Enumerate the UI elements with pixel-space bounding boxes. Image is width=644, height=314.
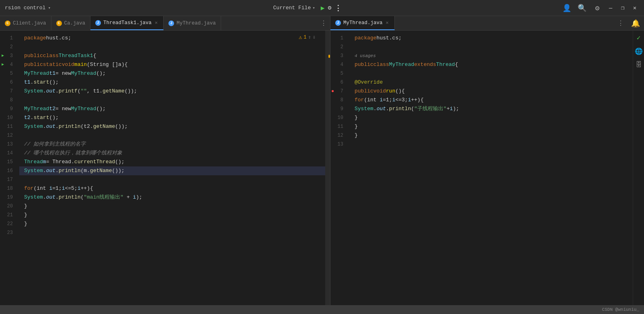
- left-code-line-15: Thread m = Thread.currentThread();: [19, 158, 325, 166]
- database-icon[interactable]: 🗄: [636, 61, 642, 69]
- left-gutter-line-17: 17: [0, 175, 16, 184]
- left-code-line-16: System.out.println(m.getName());: [19, 166, 325, 175]
- left-gutter-line-3: ▶3: [0, 51, 16, 60]
- warning-nav-down[interactable]: ⇩: [313, 34, 316, 40]
- right-gutter-line-11: 11: [330, 122, 347, 131]
- left-code-line-14: // 哪个线程在执行，就拿到哪个线程对象: [19, 149, 325, 158]
- left-gutter-line-4: ▶4: [0, 60, 16, 69]
- close-button[interactable]: ✕: [630, 4, 639, 12]
- right-tab-bar: J MyThread.java ✕ ⋮ 🔔: [330, 16, 644, 31]
- left-gutter-line-5: 5: [0, 69, 16, 78]
- left-gutter-line-2: 2: [0, 43, 16, 51]
- tab-icon-threadtask1: J: [95, 20, 101, 26]
- right-code-line-2: [350, 43, 633, 51]
- current-file-label: Current File: [273, 5, 311, 11]
- right-code-line-5: [350, 69, 633, 78]
- tab-icon-mythread-left: J: [168, 21, 174, 26]
- left-gutter-line-23: 23: [0, 228, 16, 237]
- left-gutter-line-18: 18: [0, 184, 16, 193]
- right-gutter: 123456●78910111213: [330, 31, 350, 314]
- window-controls: — ❐ ✕: [606, 4, 639, 12]
- right-tab-bar-actions: ⋮ 🔔: [614, 19, 644, 28]
- statusbar-text: CSDN @wniuniu_: [602, 307, 639, 312]
- tab-label-client: Client.java: [13, 21, 46, 26]
- right-code-line-1: package hust.cs;: [350, 34, 633, 43]
- tab-close-mythread-right[interactable]: ✕: [385, 19, 390, 27]
- scroll-warning-marker: [328, 55, 330, 58]
- left-gutter-line-8: 8: [0, 96, 16, 105]
- left-code-line-23: [19, 228, 325, 237]
- left-code-line-6: t1.start();: [19, 78, 325, 87]
- right-more-tabs-button[interactable]: ⋮: [614, 19, 627, 27]
- right-gutter-line-10: 10: [330, 113, 347, 122]
- left-code-line-20: }: [19, 202, 325, 211]
- right-code-line-13: [350, 140, 633, 149]
- right-gutter-line-12: 12: [330, 131, 347, 140]
- titlebar-left-chevron[interactable]: ▾: [48, 5, 51, 10]
- right-code-line-10: }: [350, 113, 633, 122]
- current-file-chevron: ▾: [312, 5, 315, 10]
- run-button[interactable]: ▶: [321, 4, 325, 12]
- left-code-line-18: for(int i=1;i<=5;i++){: [19, 184, 325, 193]
- settings-button[interactable]: ⚙: [593, 3, 602, 13]
- tab-ca-java[interactable]: C Ca.java: [51, 16, 91, 30]
- build-button[interactable]: ⚙: [328, 4, 331, 12]
- breakpoint-icon[interactable]: ●: [331, 87, 334, 96]
- current-file-button[interactable]: Current File ▾: [271, 4, 318, 12]
- left-code-line-22: }: [19, 220, 325, 228]
- tab-client-java[interactable]: C Client.java: [0, 16, 51, 30]
- left-gutter-line-22: 22: [0, 220, 16, 228]
- tab-label-mythread-right: MyThread.java: [343, 20, 383, 26]
- right-gutter-line-13: 13: [330, 140, 347, 149]
- left-code-line-2: [19, 43, 325, 51]
- search-button[interactable]: 🔍: [577, 3, 587, 13]
- warning-count: 1: [304, 35, 306, 40]
- right-code-content[interactable]: package hust.cs;4 usagespublic class MyT…: [350, 31, 633, 314]
- left-gutter-line-19: 19: [0, 193, 16, 202]
- notification-bell-button[interactable]: 🔔: [627, 19, 644, 28]
- tab-close-threadtask1[interactable]: ✕: [154, 19, 158, 27]
- usages-label: 4 usages: [355, 51, 376, 60]
- right-gutter-line-7: ●7: [330, 87, 347, 96]
- left-code-line-13: // 如何拿到主线程的名字: [19, 140, 325, 149]
- git-icon[interactable]: 🌐: [635, 47, 643, 55]
- right-gutter-line-2: 2: [330, 43, 347, 51]
- tab-threadtask1-java[interactable]: J ThreadTask1.java ✕: [90, 16, 164, 30]
- left-gutter: 12▶3▶4567891011121314151617181920212223: [0, 31, 19, 314]
- right-gutter-line-1: 1: [330, 34, 347, 43]
- left-scrollbar[interactable]: [325, 31, 330, 314]
- tab-mythread-java-right[interactable]: J MyThread.java ✕: [330, 16, 395, 30]
- titlebar-center: Current File ▾ ▶ ⚙ ⋮: [51, 4, 562, 12]
- tab-icon-ca: C: [56, 21, 62, 26]
- tab-icon-client: C: [5, 21, 10, 26]
- warning-indicator: ⚠ 1 ⇧ ⇩: [299, 34, 316, 41]
- left-gutter-line-14: 14: [0, 149, 16, 158]
- titlebar: rsion control ▾ Current File ▾ ▶ ⚙ ⋮ 👤 🔍…: [0, 0, 644, 16]
- right-gutter-line-4: 4: [330, 60, 347, 69]
- titlebar-actions: 👤 🔍 ⚙: [562, 3, 602, 13]
- right-panel: J MyThread.java ✕ ⋮ 🔔 123456●78910111213…: [330, 16, 644, 314]
- more-actions-button[interactable]: ⋮: [334, 4, 342, 12]
- left-code-line-12: [19, 131, 325, 140]
- profile-button[interactable]: 👤: [562, 3, 572, 13]
- restore-button[interactable]: ❐: [618, 4, 627, 12]
- left-panel: C Client.java C Ca.java J ThreadTask1.ja…: [0, 16, 330, 314]
- left-gutter-line-16: 16: [0, 166, 16, 175]
- left-gutter-line-13: 13: [0, 140, 16, 149]
- left-code-line-9: MyThread t2 = new MyThread();: [19, 105, 325, 113]
- minimize-button[interactable]: —: [606, 4, 615, 12]
- right-gutter-line-8: 8: [330, 96, 347, 105]
- main-container: C Client.java C Ca.java J ThreadTask1.ja…: [0, 16, 644, 314]
- right-code-line-9: System.out.println("子线程输出"+i);: [350, 105, 633, 113]
- version-control-label: rsion control: [5, 5, 45, 11]
- warning-nav-up[interactable]: ⇧: [308, 34, 311, 40]
- right-gutter-line-6: 6: [330, 78, 347, 87]
- left-code-line-21: }: [19, 211, 325, 220]
- left-more-tabs-button[interactable]: ⋮: [317, 16, 330, 30]
- checkmark-icon[interactable]: ✓: [637, 34, 641, 42]
- left-code-content[interactable]: package hust.cs;public class ThreadTask1…: [19, 31, 325, 314]
- tab-label-threadtask1: ThreadTask1.java: [103, 20, 152, 26]
- tab-mythread-java-left[interactable]: J MyThread.java: [164, 16, 221, 30]
- left-gutter-line-15: 15: [0, 158, 16, 166]
- right-code-line-6: @Override: [350, 78, 633, 87]
